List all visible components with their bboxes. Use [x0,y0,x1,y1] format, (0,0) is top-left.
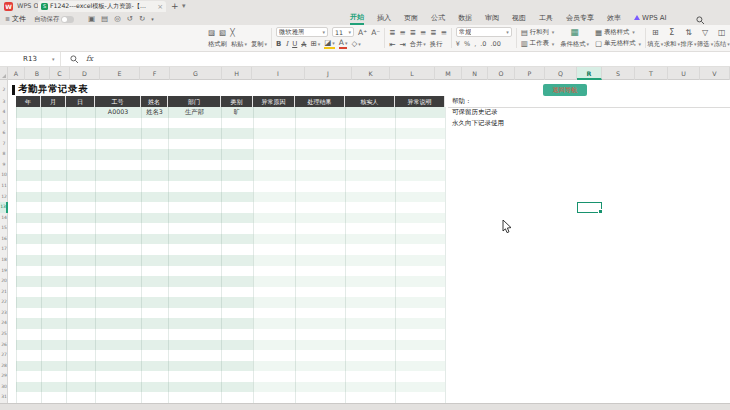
currency-icon[interactable]: ¥ [456,39,460,50]
wrap-text-button[interactable]: 换行 [430,40,443,49]
row-number-5[interactable]: 5 [0,118,8,129]
rows-columns-button[interactable]: ▤ 行和列▾ [521,27,555,38]
document-tab[interactable]: S F1242---excel模板-人力资源-【... × [38,1,166,12]
table-cell[interactable]: A0003 [95,107,141,118]
selection-fill-handle[interactable] [598,209,603,214]
column-header-K[interactable]: K [352,67,390,80]
worksheet-button[interactable]: ▥ 工作表▾ [521,38,555,49]
row-number-19[interactable]: 19 [0,266,8,277]
column-header-P[interactable]: P [515,67,545,80]
fill-color-icon[interactable]: ◪▾ [324,39,335,49]
row-number-25[interactable]: 25 [0,329,8,340]
row-number-28[interactable]: 28 [0,361,8,372]
row-number-18[interactable]: 18 [0,255,8,266]
row-number-4[interactable]: 4 [0,107,8,118]
fx-label[interactable]: fx [86,52,93,66]
fill-button[interactable]: ⊞ 填充▾ [647,25,664,51]
cell-effects-icon[interactable]: ◇▾ [351,38,360,50]
name-box-chevron-icon[interactable]: ▾ [52,52,55,66]
freeze-button[interactable]: ◫ 冻结▾ [713,25,730,51]
row-number-16[interactable]: 16 [0,234,8,245]
align-left-icon[interactable]: ≡ [420,27,426,38]
row-number-22[interactable]: 22 [0,297,8,308]
column-header-Q[interactable]: Q [545,67,577,80]
paste-icon[interactable]: ▨ [208,27,215,38]
column-header-J[interactable]: J [305,67,352,80]
table-cell[interactable]: 旷 [221,107,253,118]
tab-list-chevron-icon[interactable]: ▾ [182,1,186,12]
decrease-indent-icon[interactable]: ⇤ [389,39,395,50]
ribbon-tab-审阅[interactable]: 审阅 [485,13,499,25]
ribbon-tab-视图[interactable]: 视图 [512,13,526,25]
cut-icon[interactable]: ╳ [230,27,235,38]
ribbon-tab-公式[interactable]: 公式 [431,13,445,25]
bold-button[interactable]: B [276,39,281,50]
column-header-I[interactable]: I [252,67,305,80]
column-header-M[interactable]: M [435,67,462,80]
column-header-C[interactable]: C [50,67,70,80]
conditional-format-button[interactable]: ▦ 条件格式▾ [557,25,592,51]
row-number-10[interactable]: 10 [0,170,8,181]
merge-cells-button[interactable]: 合并▾ [410,40,426,49]
row-number-13[interactable]: 13 [0,202,8,213]
row-number-31[interactable]: 31 [0,392,8,403]
selected-cell[interactable] [577,202,602,213]
increase-font-icon[interactable]: A⁺ [358,27,367,38]
column-header-H[interactable]: H [222,67,252,80]
print-icon[interactable]: ▤ [101,13,108,25]
paste-button[interactable]: 粘贴▾ [231,40,247,49]
ribbon-tab-效率[interactable]: 效率 [607,13,621,25]
undo-icon[interactable]: ↺ [127,13,133,25]
return-nav-button[interactable]: 返回导航 [543,84,587,96]
column-header-S[interactable]: S [602,67,635,80]
row-number-14[interactable]: 14 [0,213,8,224]
ribbon-search-icon[interactable] [696,16,705,25]
column-header-R[interactable]: R [577,67,602,80]
autosave-control[interactable]: 自动保存 [34,13,74,25]
ribbon-tab-插入[interactable]: 插入 [377,13,391,25]
row-number-2[interactable]: 2 [0,83,8,96]
table-cell[interactable]: 姓名3 [141,107,168,118]
decrease-decimal-icon[interactable]: .0 [480,39,486,50]
ribbon-tab-会员专享[interactable]: 会员专享 [566,13,594,25]
row-number-29[interactable]: 29 [0,371,8,382]
comma-style-icon[interactable]: , [474,39,476,50]
column-header-F[interactable]: F [140,67,170,80]
number-format-select[interactable]: 常规▾ [456,27,512,37]
row-number-12[interactable]: 12 [0,192,8,203]
align-middle-icon[interactable]: ≡ [399,27,405,38]
align-bottom-icon[interactable]: ≣ [410,27,416,38]
font-color-icon[interactable]: A▾ [339,39,348,49]
font-size-select[interactable]: 11▾ [332,27,354,37]
row-number-17[interactable]: 17 [0,244,8,255]
strikethrough-button[interactable]: A [301,39,306,50]
sort-button[interactable]: ⇅ 排序▾ [680,25,697,51]
column-header-N[interactable]: N [462,67,488,80]
column-header-V[interactable]: V [700,67,730,80]
column-header-T[interactable]: T [635,67,668,80]
row-number-24[interactable]: 24 [0,318,8,329]
row-number-6[interactable]: 6 [0,128,8,139]
column-header-D[interactable]: D [70,67,100,80]
column-header-O[interactable]: O [488,67,515,80]
underline-button[interactable]: U [292,39,297,50]
align-top-icon[interactable]: ≣ [389,27,395,38]
column-header-E[interactable]: E [100,67,140,80]
tab-close-icon[interactable]: × [157,3,163,11]
column-header-G[interactable]: G [170,67,222,80]
customize-quickbar-chevron-icon[interactable]: ▾ [151,13,154,25]
table-cell[interactable]: 生产部 [168,107,221,118]
row-number-7[interactable]: 7 [0,139,8,150]
column-header-A[interactable]: A [8,67,25,80]
bottom-bar[interactable] [0,403,730,410]
new-tab-button[interactable]: + [171,1,179,12]
save-icon[interactable]: ▣ [88,13,95,25]
ribbon-tab-页面[interactable]: 页面 [404,13,418,25]
column-header-U[interactable]: U [668,67,700,80]
percent-icon[interactable]: % [464,39,470,50]
redo-icon[interactable]: ↻ [139,13,145,25]
row-number-8[interactable]: 8 [0,149,8,160]
italic-button[interactable]: I [285,39,288,50]
sum-button[interactable]: Σ 求和▾ [664,25,681,51]
file-menu-button[interactable]: ≣文件 [5,13,26,25]
